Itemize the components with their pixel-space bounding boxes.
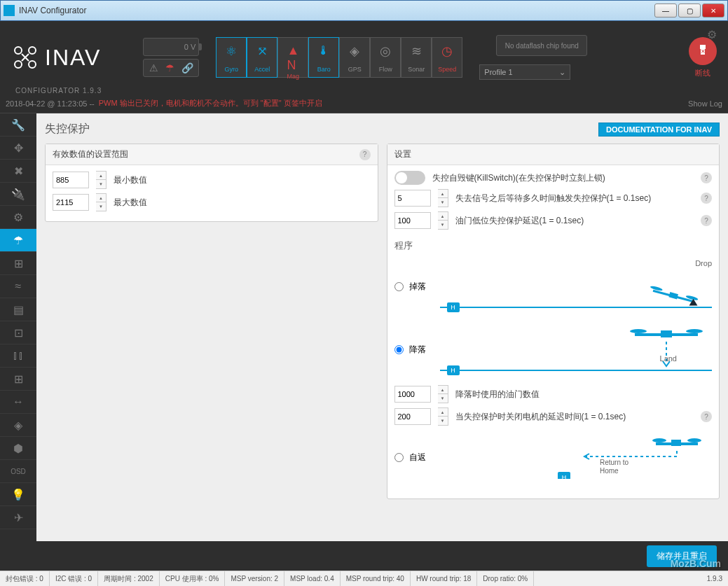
offdelay-label: 当失控保护时关闭电机的延迟时间(1 = 0.1sec): [455, 411, 626, 423]
sensor-gps: ◈GPS: [339, 37, 370, 78]
radio-land[interactable]: 降落: [394, 344, 426, 356]
svg-text:Return to: Return to: [600, 459, 629, 466]
throttle-low-label: 油门低位失控保护延迟(1 = 0.1sec): [455, 215, 584, 227]
land-diagram-icon: [621, 328, 705, 370]
status-msp-load: MSP load: 0.4: [284, 571, 341, 586]
throttle-low-stepper[interactable]: ▲▼: [438, 211, 448, 230]
svg-point-20: [687, 438, 701, 442]
sidebar-sensors[interactable]: ✈: [0, 506, 36, 529]
svg-rect-16: [661, 330, 672, 337]
sensor-gyro: ⚛Gyro: [216, 37, 247, 78]
sidebar-ports[interactable]: ✖: [0, 160, 36, 183]
sidebar-calibration[interactable]: ✥: [0, 137, 36, 160]
sonar-icon: ≋: [411, 43, 422, 59]
help-icon[interactable]: ?: [701, 411, 712, 422]
dataflash-status: No dataflash chip found: [496, 35, 587, 56]
drop-diagram-label: Drop: [695, 259, 712, 267]
connect-label: 断线: [695, 68, 710, 78]
min-stepper[interactable]: ▲▼: [96, 171, 107, 189]
svg-point-0: [15, 47, 22, 54]
sidebar-adjustments[interactable]: ↔: [0, 391, 36, 414]
sidebar-mixer[interactable]: ⊞: [0, 252, 36, 275]
max-stepper[interactable]: ▲▼: [96, 193, 107, 211]
valid-range-panel: 有效数值的设置范围 ? ▲▼ 最小数值 ▲▼ 最大数值: [45, 144, 378, 222]
sidebar-modes[interactable]: ⊞: [0, 368, 36, 391]
sidebar-gps[interactable]: ◈: [0, 414, 36, 437]
sidebar-config[interactable]: ⚙: [0, 206, 36, 229]
connect-button[interactable]: ✕ 断线: [689, 37, 717, 78]
offdelay-input[interactable]: [394, 408, 431, 425]
accel-icon: ⤧: [257, 43, 268, 59]
svg-text:✕: ✕: [701, 48, 706, 55]
svg-text:H: H: [562, 474, 567, 479]
sidebar-advanced[interactable]: ▤: [0, 298, 36, 321]
sidebar-osd[interactable]: OSD: [0, 460, 36, 483]
sidebar-failsafe[interactable]: ☂: [0, 229, 36, 252]
profile-select[interactable]: Profile 1⌄: [479, 64, 570, 80]
battery-indicator: 0 V: [143, 38, 199, 56]
svg-point-3: [29, 61, 36, 68]
logo: INAV: [11, 43, 101, 71]
sidebar-setup[interactable]: 🔧: [0, 113, 36, 137]
offdelay-stepper[interactable]: ▲▼: [438, 407, 448, 426]
help-icon[interactable]: ?: [701, 193, 712, 204]
svg-point-14: [630, 329, 647, 333]
sidebar-programming[interactable]: ⊡: [0, 321, 36, 344]
log-timestamp: 2018-04-22 @ 11:23:05 --: [6, 99, 95, 108]
radio-drop[interactable]: 掉落: [394, 281, 426, 293]
watermark: MozB.Cum: [671, 558, 721, 569]
documentation-link[interactable]: DOCUMENTATION FOR INAV: [598, 123, 720, 137]
minimize-button[interactable]: —: [654, 4, 677, 18]
sensor-speed: ◷Speed: [432, 37, 462, 78]
sensor-baro: 🌡Baro: [308, 37, 339, 78]
help-icon[interactable]: ?: [359, 149, 371, 160]
delay-label: 失去信号之后等待多久时间触发失控保护(1 = 0.1sec): [455, 193, 652, 204]
help-icon[interactable]: ?: [701, 172, 712, 183]
delay-stepper[interactable]: ▲▼: [438, 189, 448, 207]
sidebar-presets[interactable]: 🔌: [0, 183, 36, 206]
land-throttle-input[interactable]: [394, 386, 431, 403]
min-label: 最小数值: [114, 174, 147, 186]
help-icon[interactable]: ?: [701, 215, 712, 226]
land-throttle-stepper[interactable]: ▲▼: [438, 385, 448, 403]
svg-rect-21: [671, 440, 681, 446]
window-titlebar: INAV Configurator — ▢ ✕: [0, 0, 728, 21]
app-icon: [4, 5, 15, 16]
sensor-flow: ◎Flow: [370, 37, 401, 78]
max-label: 最大数值: [114, 197, 147, 209]
log-message: PWM 输出已关闭，电机和舵机不会动作。可到 "配置" 页签中开启: [99, 98, 688, 109]
baro-icon: 🌡: [317, 43, 330, 58]
sidebar-led[interactable]: 💡: [0, 483, 36, 506]
close-button[interactable]: ✕: [702, 4, 724, 18]
killswitch-toggle[interactable]: [394, 171, 425, 185]
sidebar-mission[interactable]: ⬢: [0, 437, 36, 460]
killswitch-label: 失控自毁键(KillSwitch)(在失控保护时立刻上锁): [432, 172, 605, 184]
rth-diagram-icon: H Return toHome: [551, 437, 705, 479]
content: 失控保护 DOCUMENTATION FOR INAV 有效数值的设置范围 ? …: [36, 113, 728, 541]
min-value-input[interactable]: [53, 172, 89, 188]
status-packet-err: 封包错误 : 0: [0, 571, 50, 586]
settings-gear-icon[interactable]: ⚙: [707, 28, 717, 41]
maximize-button[interactable]: ▢: [678, 4, 701, 18]
status-bar: 封包错误 : 0 I2C 错误 : 0 周期时间 : 2002 CPU 使用率 …: [0, 571, 728, 586]
show-log-button[interactable]: Show Log: [688, 99, 722, 108]
procedure-header: 程序: [394, 239, 713, 252]
max-value-input[interactable]: [53, 194, 89, 211]
home-badge-icon: H: [447, 302, 460, 312]
home-badge-icon: H: [447, 365, 460, 375]
svg-rect-12: [668, 292, 678, 299]
status-hw-rt: HW round trip: 18: [411, 571, 477, 586]
sidebar-receiver[interactable]: ⫿⫿: [0, 344, 36, 368]
valid-range-header: 有效数值的设置范围: [53, 148, 128, 160]
app-header: INAV CONFIGURATOR 1.9.3 0 V ⚠ ☂ 🔗 ⚛Gyro …: [0, 21, 728, 94]
sidebar-pid[interactable]: ≈: [0, 275, 36, 298]
log-bar: 2018-04-22 @ 11:23:05 -- PWM 输出已关闭，电机和舵机…: [0, 94, 728, 113]
flow-icon: ◎: [380, 43, 391, 59]
delay-input[interactable]: [394, 190, 431, 207]
sidebar: 🔧 ✥ ✖ 🔌 ⚙ ☂ ⊞ ≈ ▤ ⊡ ⫿⫿ ⊞ ↔ ◈ ⬢ OSD 💡 ✈: [0, 113, 36, 541]
throttle-low-input[interactable]: [394, 212, 431, 229]
mag-icon: ▲N: [287, 43, 299, 73]
radio-rth[interactable]: 自返: [394, 452, 426, 463]
status-msp-rt: MSP round trip: 40: [341, 571, 411, 586]
sensor-mag: ▲NMag: [277, 37, 308, 78]
